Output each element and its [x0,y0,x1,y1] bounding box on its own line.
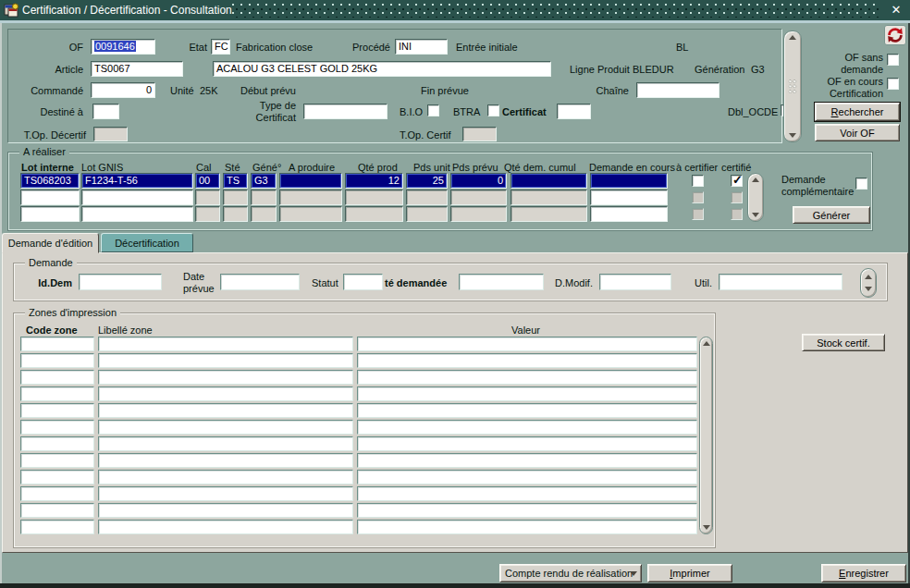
cell-a-produire[interactable] [279,173,342,189]
a-realiser-scrollbar[interactable] [747,173,764,222]
zones-cell[interactable] [98,337,353,351]
zones-cell[interactable] [20,453,94,468]
zones-cell[interactable] [20,486,94,501]
util-field[interactable] [719,274,842,290]
voir-of-button[interactable]: Voir OF [815,124,900,141]
zones-cell[interactable] [357,353,697,368]
zones-cell[interactable] [98,453,353,468]
zones-cell[interactable] [98,503,353,518]
cell-lot-interne[interactable] [20,190,80,205]
spinner-down-icon[interactable] [865,287,872,291]
imprimer-button[interactable]: Imprimer [647,564,732,582]
zones-cell[interactable] [357,386,697,401]
statut-field[interactable] [343,274,383,290]
zones-cell[interactable] [20,403,94,418]
cell-lot-interne[interactable] [20,206,80,222]
cell-cal[interactable]: 00 [195,173,220,189]
scroll-up-icon[interactable] [703,341,710,346]
zones-cell[interactable] [357,403,697,418]
cell-lot-gnis[interactable] [81,190,193,205]
d-modif-field[interactable] [599,274,671,290]
a-realiser-row-empty[interactable] [20,190,668,205]
zones-cell[interactable] [98,470,353,484]
qte-demandee-field[interactable] [459,274,544,290]
zones-cell[interactable] [357,337,697,351]
zones-scrollbar[interactable] [699,337,713,534]
cell-demande-en-cours[interactable] [590,173,668,189]
of-field[interactable]: 0091646 [91,39,155,55]
compte-rendu-dropdown[interactable]: Compte rendu de réalisation [499,564,642,582]
zones-cell[interactable] [20,386,94,401]
zones-cell[interactable] [98,386,353,401]
zones-cell[interactable] [357,420,697,435]
destine-field[interactable] [92,104,119,119]
article-desc-field[interactable]: ACALOU G3 CELEST GOLD 25KG [213,61,551,77]
etat-field[interactable]: FC [211,39,230,55]
generer-button[interactable]: Générer [793,206,870,224]
zones-cell[interactable] [20,436,94,451]
a-realiser-row-selected[interactable]: TS068203 F1234-T-56 00 TS G3 12 25 0 [20,173,668,189]
of-en-cours-checkbox[interactable] [887,78,899,90]
zones-cell[interactable] [357,503,697,518]
search-panel-scrollbar[interactable] [783,31,802,142]
zones-cell[interactable] [20,520,94,534]
zones-cell[interactable] [98,420,353,435]
cell-qte-prod[interactable]: 12 [345,173,403,189]
scrollbar-grip[interactable] [789,80,797,94]
scroll-down-icon[interactable] [703,525,710,530]
article-code-field[interactable]: TS0067 [91,61,183,77]
cell-demande-en-cours[interactable] [590,190,668,205]
scroll-down-icon[interactable] [752,213,759,217]
a-realiser-row-empty[interactable] [20,206,668,222]
zones-cell[interactable] [98,436,353,451]
cell-lot-gnis[interactable] [81,206,193,222]
bio-checkbox[interactable] [427,104,439,116]
zones-cell[interactable] [98,353,353,368]
cell-demande-en-cours[interactable] [590,206,668,222]
zones-cell[interactable] [357,486,697,501]
cell-qte-dem-cumul[interactable] [510,173,587,189]
zones-cell[interactable] [357,520,697,534]
of-sans-demande-checkbox[interactable] [887,54,899,66]
zones-cell[interactable] [98,403,353,418]
zones-cell[interactable] [98,370,353,385]
enregistrer-button[interactable]: Enregistrer [821,564,906,582]
commande-field[interactable]: 0 [91,82,155,98]
id-dem-field[interactable] [79,274,162,290]
zones-cell[interactable] [20,420,94,435]
date-prevue-field[interactable] [220,274,300,290]
certificat-field[interactable] [557,104,591,119]
cell-lot-gnis[interactable]: F1234-T-56 [81,173,193,189]
zones-cell[interactable] [20,470,94,484]
tab-demande-edition[interactable]: Demande d'édition [2,233,99,253]
cell-pds-unit[interactable]: 25 [406,173,448,189]
zones-cell[interactable] [357,370,697,385]
zones-cell[interactable] [357,453,697,468]
cell-lot-interne[interactable]: TS068203 [20,173,80,189]
zones-cell[interactable] [20,503,94,518]
record-spinner[interactable] [860,268,877,298]
scroll-up-icon[interactable] [752,178,759,182]
a-certifier-checkbox[interactable] [692,175,704,187]
scroll-up-icon[interactable] [789,35,796,40]
cell-gene[interactable]: G3 [251,173,277,189]
zones-cell[interactable] [98,520,353,534]
demande-complementaire-checkbox[interactable] [855,178,867,190]
zones-cell[interactable] [357,470,697,484]
stock-certif-button[interactable]: Stock certif. [802,334,885,351]
rechercher-button[interactable]: Rechercher [815,103,900,121]
cell-pds-prevu[interactable]: 0 [450,173,507,189]
zones-cell[interactable] [98,486,353,501]
close-icon[interactable]: ✕ [887,2,905,18]
spinner-up-icon[interactable] [865,275,872,279]
zones-cell[interactable] [357,436,697,451]
chaine-field[interactable] [636,82,719,98]
scroll-down-icon[interactable] [789,133,796,138]
zones-cell[interactable] [20,337,94,351]
tab-decertification[interactable]: Décertification [101,233,193,252]
type-certificat-field[interactable] [303,104,387,119]
zones-cell[interactable] [20,353,94,368]
btra-checkbox[interactable] [487,104,499,116]
certifie-checkbox[interactable] [731,175,743,187]
cell-ste[interactable]: TS [223,173,248,189]
